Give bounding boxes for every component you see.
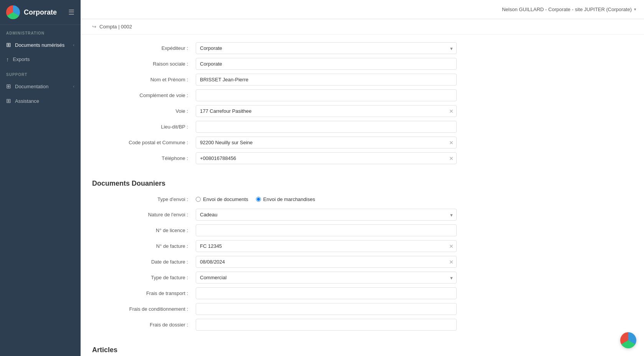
topbar-chevron-icon: ▾ [634,7,636,12]
articles-section: Articles [81,338,644,356]
num-licence-input[interactable] [196,224,457,236]
nom-prenom-row: Nom et Prénom : [92,74,632,86]
voie-input[interactable] [196,105,457,117]
num-facture-input[interactable] [196,240,457,252]
nom-prenom-label: Nom et Prénom : [92,77,192,82]
admin-section-label: ADMINISTRATION [0,25,81,38]
frais-transport-field [196,287,457,299]
type-envoi-radio-group: Envoi de documents Envoi de marchandises [196,194,457,205]
sidebar-item-documents-numerises[interactable]: ⊞ Documents numérisés ‹ [0,38,81,52]
brand-logo [6,5,20,19]
date-facture-field: ✕ [196,256,457,268]
nom-prenom-input[interactable] [196,74,457,86]
nom-prenom-field [196,74,457,86]
nature-envoi-label: Nature de l'envoi : [92,212,192,218]
radio-envoi-marchandises-input[interactable] [256,197,261,202]
breadcrumb: ↪ Compta | 0002 [81,19,644,35]
frais-conditionnement-input[interactable] [196,303,457,315]
sidebar-item-assistance[interactable]: ⊞ Assistance [0,94,81,108]
frais-transport-input[interactable] [196,287,457,299]
nature-envoi-row: Nature de l'envoi : Cadeau Commercial [92,209,632,221]
type-envoi-row: Type d'envoi : Envoi de documents Envoi … [92,194,632,205]
sidebar-item-label: Documentation [15,84,48,89]
breadcrumb-arrow-icon: ↪ [92,24,96,30]
num-licence-field [196,224,457,236]
sidebar-item-exports[interactable]: ↑ Exports [0,52,81,66]
radio-envoi-documents[interactable]: Envoi de documents [196,196,248,202]
telephone-input[interactable] [196,152,457,164]
raison-sociale-label: Raison sociale : [92,61,192,67]
topbar-user[interactable]: Nelson GUILLARD - Corporate - site JUPIT… [502,7,636,12]
frais-conditionnement-row: Frais de conditionnement : [92,303,632,315]
frais-conditionnement-field [196,303,457,315]
radio-envoi-documents-label: Envoi de documents [203,196,248,202]
raison-sociale-input[interactable] [196,58,457,70]
frais-dossier-field [196,319,457,331]
sidebar-item-label: Exports [13,56,30,62]
num-facture-field: ✕ [196,240,457,252]
user-label: Nelson GUILLARD - Corporate - site JUPIT… [502,7,632,12]
type-envoi-label: Type d'envoi : [92,196,192,202]
topbar: Nelson GUILLARD - Corporate - site JUPIT… [81,0,644,19]
page-content: ↪ Compta | 0002 Expéditeur : Corporate R… [81,19,644,356]
voie-row: Voie : ✕ [92,105,632,117]
hamburger-icon[interactable]: ☰ [68,8,74,16]
date-facture-clear-button[interactable]: ✕ [449,259,454,265]
expediteur-row: Expéditeur : Corporate [92,42,632,54]
telephone-row: Téléphone : ✕ [92,152,632,164]
chevron-icon: ‹ [73,84,74,89]
assistance-icon: ⊞ [6,97,11,104]
frais-conditionnement-label: Frais de conditionnement : [92,306,192,312]
sidebar-header: Corporate ☰ [0,0,81,25]
code-postal-clear-button[interactable]: ✕ [449,140,454,145]
sidebar-item-label: Assistance [15,98,39,104]
type-facture-field: Commercial Pro-forma [196,272,457,283]
frais-transport-label: Frais de transport : [92,290,192,296]
complement-voie-label: Complément de voie : [92,92,192,98]
num-licence-row: N° de licence : [92,224,632,236]
telephone-label: Téléphone : [92,155,192,161]
brand-name: Corporate [24,8,57,16]
chevron-icon: ‹ [73,43,74,47]
type-facture-row: Type de facture : Commercial Pro-forma [92,272,632,283]
exports-icon: ↑ [6,56,9,63]
sidebar: Corporate ☰ ADMINISTRATION ⊞ Documents n… [0,0,81,356]
raison-sociale-field [196,58,457,70]
float-action-button[interactable] [620,332,636,348]
telephone-field: ✕ [196,152,457,164]
lieu-dit-field [196,121,457,133]
num-facture-clear-button[interactable]: ✕ [449,244,454,249]
expediteur-label: Expéditeur : [92,45,192,51]
radio-envoi-marchandises[interactable]: Envoi de marchandises [256,196,315,202]
frais-dossier-input[interactable] [196,319,457,331]
code-postal-label: Code postal et Commune : [92,140,192,145]
support-section-label: SUPPORT [0,66,81,79]
sidebar-item-documentation[interactable]: ⊞ Documentation ‹ [0,79,81,94]
radio-envoi-marchandises-label: Envoi de marchandises [263,196,315,202]
expediteur-select[interactable]: Corporate [196,42,457,54]
main-area: Nelson GUILLARD - Corporate - site JUPIT… [81,0,644,356]
frais-dossier-label: Frais de dossier : [92,322,192,328]
documents-icon: ⊞ [6,41,11,48]
code-postal-row: Code postal et Commune : ✕ [92,137,632,148]
type-facture-label: Type de facture : [92,275,192,280]
radio-envoi-documents-input[interactable] [196,197,201,202]
voie-field: ✕ [196,105,457,117]
articles-title: Articles [92,346,632,354]
lieu-dit-input[interactable] [196,121,457,133]
voie-clear-button[interactable]: ✕ [449,109,454,114]
breadcrumb-text: Compta | 0002 [99,24,132,30]
frais-dossier-row: Frais de dossier : [92,319,632,331]
type-facture-select[interactable]: Commercial Pro-forma [196,272,457,283]
date-facture-row: Date de facture : ✕ [92,256,632,268]
nature-envoi-select[interactable]: Cadeau Commercial [196,209,457,221]
code-postal-input[interactable] [196,137,457,148]
frais-transport-row: Frais de transport : [92,287,632,299]
date-facture-input[interactable] [196,256,457,268]
type-envoi-field: Envoi de documents Envoi de marchandises [196,194,457,205]
lieu-dit-label: Lieu-dit/BP : [92,124,192,130]
num-facture-label: N° de facture : [92,243,192,249]
telephone-clear-button[interactable]: ✕ [449,156,454,161]
complement-voie-input[interactable] [196,89,457,101]
num-facture-row: N° de facture : ✕ [92,240,632,252]
